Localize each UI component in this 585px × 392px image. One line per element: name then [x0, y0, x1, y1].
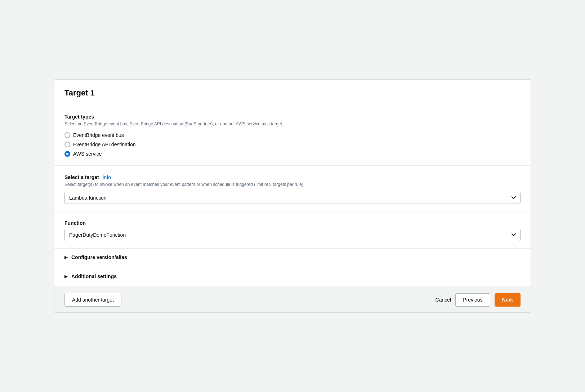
configure-version-alias-header[interactable]: ▶ Configure version/alias	[64, 254, 521, 260]
radio-eventbridge-api-destination-label: EventBridge API destination	[73, 142, 136, 147]
function-label: Function	[64, 220, 521, 226]
previous-button[interactable]: Previous	[455, 293, 490, 307]
radio-eventbridge-api-destination[interactable]: EventBridge API destination	[64, 142, 521, 147]
select-target-header: Select a target Info	[64, 174, 521, 180]
radio-aws-service[interactable]: AWS service	[64, 151, 521, 157]
radio-eventbridge-event-bus[interactable]: EventBridge event bus	[64, 132, 521, 138]
additional-settings-arrow-icon: ▶	[64, 274, 68, 279]
radio-aws-service-label: AWS service	[73, 151, 102, 157]
additional-settings-section: ▶ Additional settings	[54, 266, 531, 287]
target-types-label: Target types	[64, 114, 521, 120]
next-button[interactable]: Next	[495, 293, 521, 307]
info-link[interactable]: Info	[103, 174, 111, 180]
footer: Add another target Cancel Previous Next	[54, 287, 531, 312]
select-target-section: Select a target Info Select target(s) to…	[54, 166, 531, 213]
radio-eventbridge-event-bus-label: EventBridge event bus	[73, 132, 124, 138]
page-container: Target 1 Target types Select an EventBri…	[54, 79, 531, 313]
cancel-button[interactable]: Cancel	[436, 297, 451, 303]
function-section: Function PagerDutyDemoFunction	[54, 213, 531, 249]
radio-aws-service-input[interactable]	[64, 151, 70, 157]
additional-settings-header[interactable]: ▶ Additional settings	[64, 273, 521, 279]
function-dropdown[interactable]: PagerDutyDemoFunction	[64, 229, 521, 241]
additional-settings-title: Additional settings	[71, 273, 117, 279]
target-types-section: Target types Select an EventBridge event…	[54, 105, 531, 166]
page-title: Target 1	[64, 88, 521, 98]
radio-eventbridge-event-bus-input[interactable]	[64, 132, 70, 138]
configure-version-alias-arrow-icon: ▶	[64, 255, 68, 260]
target-header: Target 1	[54, 80, 531, 105]
select-target-label: Select a target	[64, 174, 99, 180]
add-another-target-button[interactable]: Add another target	[64, 293, 121, 307]
target-types-description: Select an EventBridge event bus, EventBr…	[64, 121, 521, 127]
configure-version-alias-title: Configure version/alias	[71, 254, 127, 260]
footer-left: Add another target	[64, 293, 121, 307]
select-target-description: Select target(s) to invoke when an event…	[64, 182, 521, 188]
radio-eventbridge-api-destination-input[interactable]	[64, 142, 70, 147]
target-types-radio-group: EventBridge event bus EventBridge API de…	[64, 132, 521, 157]
select-target-dropdown[interactable]: Lambda function SQS queue SNS topic Kine…	[64, 192, 521, 204]
configure-version-alias-section: ▶ Configure version/alias	[54, 249, 531, 266]
footer-right: Cancel Previous Next	[436, 293, 521, 307]
main-content: Target types Select an EventBridge event…	[54, 105, 531, 287]
